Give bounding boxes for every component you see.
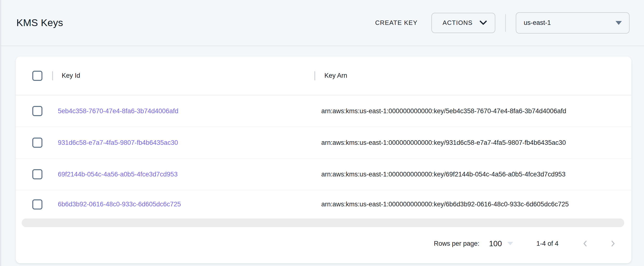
rows-per-page-select[interactable]: 100: [489, 239, 513, 248]
kms-keys-page: KMS Keys CREATE KEY ACTIONS us-east-1: [0, 0, 644, 266]
chevron-right-icon: [609, 239, 617, 248]
pagination-bar: Rows per page: 100 1-4 of 4: [16, 227, 632, 263]
key-id-link[interactable]: 6b6d3b92-0616-48c0-933c-6d605dc6c725: [58, 201, 181, 208]
dropdown-arrow-icon: [507, 242, 513, 245]
window-left-edge: [0, 0, 1, 266]
chevron-left-icon: [581, 239, 589, 248]
column-header-key-arn[interactable]: Key Arn: [315, 72, 632, 79]
table-row[interactable]: 931d6c58-e7a7-4fa5-9807-fb4b6435ac30 arn…: [16, 127, 632, 159]
row-checkbox-cell: [16, 169, 52, 179]
rows-per-page-label: Rows per page:: [434, 240, 480, 247]
key-arn-cell: arn:aws:kms:us-east-1:000000000000:key/6…: [314, 201, 632, 208]
rows-per-page-value: 100: [489, 239, 502, 248]
actions-dropdown-button[interactable]: ACTIONS: [432, 13, 495, 33]
next-page-button[interactable]: [609, 239, 617, 248]
table-row[interactable]: 5eb4c358-7670-47e4-8fa6-3b74d4006afd arn…: [16, 95, 632, 127]
region-select[interactable]: us-east-1: [516, 12, 630, 34]
row-checkbox[interactable]: [32, 199, 42, 209]
select-all-cell: [16, 71, 52, 81]
kms-keys-table-card: Key Id Key Arn 5eb4c358-7670-47e4-8fa6-3…: [16, 57, 632, 263]
header-actions: CREATE KEY ACTIONS us-east-1: [375, 12, 630, 34]
key-id-cell: 6b6d3b92-0616-48c0-933c-6d605dc6c725: [52, 201, 314, 208]
row-checkbox-cell: [16, 199, 52, 209]
table-row[interactable]: 6b6d3b92-0616-48c0-933c-6d605dc6c725 arn…: [16, 190, 632, 218]
key-id-link[interactable]: 69f2144b-054c-4a56-a0b5-4fce3d7cd953: [58, 171, 178, 178]
chevron-down-icon: [480, 21, 487, 25]
row-checkbox[interactable]: [32, 169, 42, 179]
key-id-cell: 931d6c58-e7a7-4fa5-9807-fb4b6435ac30: [52, 139, 314, 147]
row-checkbox[interactable]: [32, 106, 42, 116]
row-checkbox-cell: [16, 106, 52, 116]
page-title: KMS Keys: [16, 17, 63, 29]
key-id-link[interactable]: 5eb4c358-7670-47e4-8fa6-3b74d4006afd: [58, 107, 178, 115]
key-arn-cell: arn:aws:kms:us-east-1:000000000000:key/6…: [314, 171, 632, 178]
region-select-value: us-east-1: [524, 19, 551, 27]
actions-button-label: ACTIONS: [442, 19, 473, 27]
key-id-cell: 5eb4c358-7670-47e4-8fa6-3b74d4006afd: [52, 107, 314, 115]
select-all-checkbox[interactable]: [32, 71, 42, 81]
row-checkbox[interactable]: [32, 138, 42, 148]
horizontal-scrollbar[interactable]: [22, 218, 624, 227]
column-header-key-id[interactable]: Key Id: [53, 72, 314, 79]
table-header-row: Key Id Key Arn: [16, 57, 632, 95]
page-header: KMS Keys CREATE KEY ACTIONS us-east-1: [0, 0, 644, 46]
key-arn-cell: arn:aws:kms:us-east-1:000000000000:key/9…: [314, 139, 632, 147]
pagination-range-label: 1-4 of 4: [536, 240, 558, 247]
key-id-cell: 69f2144b-054c-4a56-a0b5-4fce3d7cd953: [52, 171, 314, 178]
key-id-link[interactable]: 931d6c58-e7a7-4fa5-9807-fb4b6435ac30: [58, 139, 178, 146]
toolbar-divider: [505, 14, 506, 32]
row-checkbox-cell: [16, 138, 52, 148]
key-arn-cell: arn:aws:kms:us-east-1:000000000000:key/5…: [314, 107, 632, 115]
previous-page-button[interactable]: [581, 239, 589, 248]
dropdown-arrow-icon: [616, 21, 622, 25]
create-key-button[interactable]: CREATE KEY: [375, 19, 418, 27]
table-row[interactable]: 69f2144b-054c-4a56-a0b5-4fce3d7cd953 arn…: [16, 159, 632, 190]
